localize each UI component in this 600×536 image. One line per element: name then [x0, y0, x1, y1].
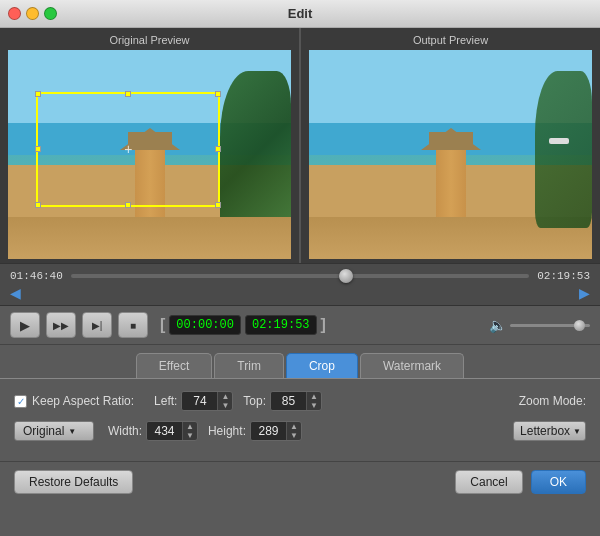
timeline-arrows: ◀ ▶ [10, 285, 590, 301]
crosshair-icon: + [124, 141, 132, 157]
timeline-thumb[interactable] [339, 269, 353, 283]
letterbox-section: Letterbox ▼ [513, 421, 586, 441]
crop-handle-bl[interactable] [35, 202, 41, 208]
left-spin-up[interactable]: ▲ [221, 392, 229, 401]
height-spinner-group: Height: 289 ▲ ▼ [208, 421, 302, 441]
cancel-button[interactable]: Cancel [455, 470, 522, 494]
crop-handle-br[interactable] [215, 202, 221, 208]
tab-effect[interactable]: Effect [136, 353, 212, 378]
volume-icon: 🔈 [489, 317, 506, 333]
crop-rectangle[interactable]: + [36, 92, 220, 207]
left-value[interactable]: 74 [182, 392, 218, 410]
output-beach-background [309, 50, 592, 259]
top-spin-down[interactable]: ▼ [310, 401, 318, 410]
original-preview-panel: Original Preview [0, 28, 299, 263]
top-spinner-group: Top: 85 ▲ ▼ [243, 391, 322, 411]
timeline-row: 01:46:40 02:19:53 [10, 270, 590, 282]
keep-aspect-ratio-label[interactable]: ✓ Keep Aspect Ratio: [14, 394, 134, 408]
minimize-button[interactable] [26, 7, 39, 20]
fast-forward-button[interactable]: ▶▶ [46, 312, 76, 338]
window-title: Edit [288, 6, 313, 21]
settings-row-2: Original ▼ Width: 434 ▲ ▼ Height: 289 ▲ … [14, 421, 586, 441]
left-spin-down[interactable]: ▼ [221, 401, 229, 410]
settings-row-1: ✓ Keep Aspect Ratio: Left: 74 ▲ ▼ Top: 8… [14, 391, 586, 411]
controls-section: ▶ ▶▶ ▶| ■ [ 00:00:00 02:19:53 ] 🔈 [0, 306, 600, 345]
crop-handle-tr[interactable] [215, 91, 221, 97]
keep-aspect-ratio-text: Keep Aspect Ratio: [32, 394, 134, 408]
crop-handle-ml[interactable] [35, 146, 41, 152]
timeline-section: 01:46:40 02:19:53 ◀ ▶ [0, 263, 600, 306]
width-spinner-arrows[interactable]: ▲ ▼ [183, 422, 197, 440]
output-preview-label: Output Preview [413, 34, 488, 46]
zoom-mode-section: Zoom Mode: [519, 394, 586, 408]
height-value[interactable]: 289 [251, 422, 287, 440]
maximize-button[interactable] [44, 7, 57, 20]
bracket-right-icon: ] [321, 316, 326, 334]
duration-time-box[interactable]: 02:19:53 [245, 315, 317, 335]
top-value[interactable]: 85 [271, 392, 307, 410]
preview-section: Original Preview [0, 28, 600, 263]
current-time-box[interactable]: 00:00:00 [169, 315, 241, 335]
width-label: Width: [108, 424, 142, 438]
tab-trim[interactable]: Trim [214, 353, 284, 378]
start-time-label: 01:46:40 [10, 270, 63, 282]
top-spin-up[interactable]: ▲ [310, 392, 318, 401]
volume-thumb[interactable] [574, 320, 585, 331]
width-spinner[interactable]: 434 ▲ ▼ [146, 421, 198, 441]
crop-handle-tm[interactable] [125, 91, 131, 97]
left-label: Left: [154, 394, 177, 408]
tab-crop[interactable]: Crop [286, 353, 358, 378]
bracket-left-icon: [ [160, 316, 165, 334]
crop-handle-tl[interactable] [35, 91, 41, 97]
left-spinner-arrows[interactable]: ▲ ▼ [218, 392, 232, 410]
crop-handle-mr[interactable] [215, 146, 221, 152]
letterbox-label: Letterbox [520, 424, 570, 438]
tabs-section: Effect Trim Crop Watermark [0, 345, 600, 378]
zoom-mode-label: Zoom Mode: [519, 394, 586, 408]
left-spinner[interactable]: 74 ▲ ▼ [181, 391, 233, 411]
close-button[interactable] [8, 7, 21, 20]
time-display: [ 00:00:00 02:19:53 ] [160, 315, 326, 335]
height-label: Height: [208, 424, 246, 438]
frame-forward-button[interactable]: ▶| [82, 312, 112, 338]
width-value[interactable]: 434 [147, 422, 183, 440]
original-dropdown[interactable]: Original ▼ [14, 421, 94, 441]
original-dropdown-arrow: ▼ [68, 427, 76, 436]
original-preview-label: Original Preview [109, 34, 189, 46]
window-controls[interactable] [8, 7, 57, 20]
width-spin-down[interactable]: ▼ [186, 431, 194, 440]
left-spinner-group: Left: 74 ▲ ▼ [154, 391, 233, 411]
stop-button[interactable]: ■ [118, 312, 148, 338]
letterbox-arrow: ▼ [573, 427, 581, 436]
crop-handle-bm[interactable] [125, 202, 131, 208]
height-spin-up[interactable]: ▲ [290, 422, 298, 431]
tab-watermark[interactable]: Watermark [360, 353, 464, 378]
right-buttons: Cancel OK [455, 470, 586, 494]
play-button[interactable]: ▶ [10, 312, 40, 338]
keep-aspect-ratio-checkbox[interactable]: ✓ [14, 395, 27, 408]
bottom-bar: Restore Defaults Cancel OK [0, 461, 600, 502]
output-preview-video [309, 50, 592, 259]
top-spinner-arrows[interactable]: ▲ ▼ [307, 392, 321, 410]
ok-button[interactable]: OK [531, 470, 586, 494]
volume-section: 🔈 [489, 317, 590, 333]
settings-panel: ✓ Keep Aspect Ratio: Left: 74 ▲ ▼ Top: 8… [0, 378, 600, 461]
timeline-track[interactable] [71, 274, 529, 278]
volume-slider[interactable] [510, 324, 590, 327]
restore-defaults-button[interactable]: Restore Defaults [14, 470, 133, 494]
arrow-right-icon[interactable]: ▶ [579, 285, 590, 301]
height-spin-down[interactable]: ▼ [290, 431, 298, 440]
title-bar: Edit [0, 0, 600, 28]
original-dropdown-label: Original [23, 424, 64, 438]
width-spin-up[interactable]: ▲ [186, 422, 194, 431]
height-spinner-arrows[interactable]: ▲ ▼ [287, 422, 301, 440]
top-spinner[interactable]: 85 ▲ ▼ [270, 391, 322, 411]
top-label: Top: [243, 394, 266, 408]
letterbox-dropdown[interactable]: Letterbox ▼ [513, 421, 586, 441]
height-spinner[interactable]: 289 ▲ ▼ [250, 421, 302, 441]
original-preview-video: + [8, 50, 291, 259]
arrow-left-icon[interactable]: ◀ [10, 285, 21, 301]
width-spinner-group: Width: 434 ▲ ▼ [108, 421, 198, 441]
output-preview-panel: Output Preview [301, 28, 600, 263]
end-time-label: 02:19:53 [537, 270, 590, 282]
